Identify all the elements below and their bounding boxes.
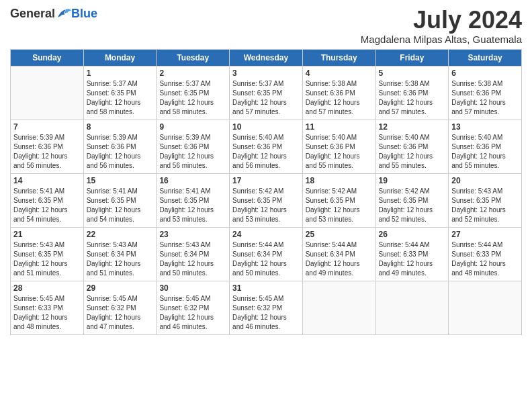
calendar-cell: 22Sunrise: 5:43 AM Sunset: 6:34 PM Dayli…	[83, 227, 157, 281]
day-number: 25	[306, 230, 373, 239]
day-number: 17	[232, 176, 300, 185]
day-info: Sunrise: 5:37 AM Sunset: 6:35 PM Dayligh…	[87, 79, 154, 117]
day-info: Sunrise: 5:43 AM Sunset: 6:34 PM Dayligh…	[87, 240, 154, 278]
day-info: Sunrise: 5:39 AM Sunset: 6:36 PM Dayligh…	[13, 133, 81, 171]
day-number: 10	[232, 122, 300, 132]
day-info: Sunrise: 5:43 AM Sunset: 6:35 PM Dayligh…	[451, 187, 519, 224]
header: General Blue July 2024 Magdalena Milpas …	[10, 7, 522, 45]
day-info: Sunrise: 5:41 AM Sunset: 6:35 PM Dayligh…	[13, 187, 81, 224]
calendar-cell: 7Sunrise: 5:39 AM Sunset: 6:36 PM Daylig…	[11, 120, 84, 173]
day-info: Sunrise: 5:44 AM Sunset: 6:34 PM Dayligh…	[232, 240, 300, 278]
calendar-cell: 10Sunrise: 5:40 AM Sunset: 6:36 PM Dayli…	[230, 120, 303, 173]
calendar-cell: 8Sunrise: 5:39 AM Sunset: 6:36 PM Daylig…	[83, 120, 157, 173]
day-info: Sunrise: 5:45 AM Sunset: 6:32 PM Dayligh…	[159, 294, 226, 332]
day-info: Sunrise: 5:43 AM Sunset: 6:34 PM Dayligh…	[159, 240, 226, 278]
calendar-cell: 1Sunrise: 5:37 AM Sunset: 6:35 PM Daylig…	[83, 66, 157, 120]
title-area: July 2024 Magdalena Milpas Altas, Guatem…	[361, 7, 522, 45]
day-number: 28	[13, 283, 81, 293]
calendar-header-row: SundayMondayTuesdayWednesdayThursdayFrid…	[11, 49, 522, 66]
calendar-cell: 24Sunrise: 5:44 AM Sunset: 6:34 PM Dayli…	[230, 227, 303, 281]
day-info: Sunrise: 5:38 AM Sunset: 6:36 PM Dayligh…	[451, 79, 519, 117]
day-info: Sunrise: 5:40 AM Sunset: 6:36 PM Dayligh…	[379, 133, 446, 171]
day-number: 8	[87, 122, 154, 132]
calendar-cell: 29Sunrise: 5:45 AM Sunset: 6:32 PM Dayli…	[83, 281, 157, 334]
calendar-cell: 2Sunrise: 5:37 AM Sunset: 6:35 PM Daylig…	[157, 66, 230, 120]
calendar-cell: 15Sunrise: 5:41 AM Sunset: 6:35 PM Dayli…	[83, 173, 157, 227]
day-number: 29	[87, 283, 154, 293]
calendar-week-row: 1Sunrise: 5:37 AM Sunset: 6:35 PM Daylig…	[11, 66, 522, 120]
day-info: Sunrise: 5:45 AM Sunset: 6:32 PM Dayligh…	[232, 294, 300, 332]
calendar-week-row: 28Sunrise: 5:45 AM Sunset: 6:33 PM Dayli…	[11, 281, 522, 334]
day-number: 3	[232, 68, 300, 78]
day-info: Sunrise: 5:45 AM Sunset: 6:33 PM Dayligh…	[13, 294, 81, 332]
calendar-cell: 30Sunrise: 5:45 AM Sunset: 6:32 PM Dayli…	[157, 281, 230, 334]
calendar-cell	[449, 281, 522, 334]
column-header-saturday: Saturday	[449, 49, 522, 66]
day-info: Sunrise: 5:41 AM Sunset: 6:35 PM Dayligh…	[159, 187, 226, 224]
day-info: Sunrise: 5:44 AM Sunset: 6:34 PM Dayligh…	[306, 240, 373, 278]
day-number: 6	[451, 68, 519, 78]
month-year-title: July 2024	[361, 7, 522, 34]
day-number: 21	[13, 230, 81, 239]
day-info: Sunrise: 5:44 AM Sunset: 6:33 PM Dayligh…	[379, 240, 446, 278]
day-info: Sunrise: 5:40 AM Sunset: 6:36 PM Dayligh…	[306, 133, 373, 171]
day-number: 1	[87, 68, 154, 78]
day-number: 7	[13, 122, 81, 132]
calendar-table: SundayMondayTuesdayWednesdayThursdayFrid…	[10, 49, 522, 335]
day-number: 22	[87, 230, 154, 239]
day-info: Sunrise: 5:42 AM Sunset: 6:35 PM Dayligh…	[306, 187, 373, 224]
day-number: 5	[379, 68, 446, 78]
calendar-cell: 31Sunrise: 5:45 AM Sunset: 6:32 PM Dayli…	[230, 281, 303, 334]
day-number: 16	[159, 176, 226, 185]
calendar-cell: 26Sunrise: 5:44 AM Sunset: 6:33 PM Dayli…	[375, 227, 449, 281]
column-header-monday: Monday	[83, 49, 157, 66]
calendar-cell: 27Sunrise: 5:44 AM Sunset: 6:33 PM Dayli…	[449, 227, 522, 281]
day-number: 11	[306, 122, 373, 132]
day-number: 2	[159, 68, 226, 78]
calendar-cell: 25Sunrise: 5:44 AM Sunset: 6:34 PM Dayli…	[302, 227, 375, 281]
day-number: 13	[451, 122, 519, 132]
calendar-cell	[302, 281, 375, 334]
day-info: Sunrise: 5:39 AM Sunset: 6:36 PM Dayligh…	[159, 133, 226, 171]
day-info: Sunrise: 5:39 AM Sunset: 6:36 PM Dayligh…	[87, 133, 154, 171]
day-info: Sunrise: 5:42 AM Sunset: 6:35 PM Dayligh…	[379, 187, 446, 224]
day-number: 30	[159, 283, 226, 293]
calendar-cell: 21Sunrise: 5:43 AM Sunset: 6:35 PM Dayli…	[11, 227, 84, 281]
calendar-cell: 17Sunrise: 5:42 AM Sunset: 6:35 PM Dayli…	[230, 173, 303, 227]
column-header-thursday: Thursday	[302, 49, 375, 66]
calendar-cell: 23Sunrise: 5:43 AM Sunset: 6:34 PM Dayli…	[157, 227, 230, 281]
day-number: 15	[87, 176, 154, 185]
day-info: Sunrise: 5:37 AM Sunset: 6:35 PM Dayligh…	[232, 79, 300, 117]
calendar-cell: 4Sunrise: 5:38 AM Sunset: 6:36 PM Daylig…	[302, 66, 375, 120]
day-number: 18	[306, 176, 373, 185]
day-number: 23	[159, 230, 226, 239]
calendar-cell: 28Sunrise: 5:45 AM Sunset: 6:33 PM Dayli…	[11, 281, 84, 334]
calendar-cell: 9Sunrise: 5:39 AM Sunset: 6:36 PM Daylig…	[157, 120, 230, 173]
day-info: Sunrise: 5:38 AM Sunset: 6:36 PM Dayligh…	[306, 79, 373, 117]
day-number: 24	[232, 230, 300, 239]
calendar-cell: 11Sunrise: 5:40 AM Sunset: 6:36 PM Dayli…	[302, 120, 375, 173]
calendar-cell	[375, 281, 449, 334]
day-info: Sunrise: 5:40 AM Sunset: 6:36 PM Dayligh…	[451, 133, 519, 171]
day-info: Sunrise: 5:40 AM Sunset: 6:36 PM Dayligh…	[232, 133, 300, 171]
column-header-wednesday: Wednesday	[230, 49, 303, 66]
calendar-cell: 6Sunrise: 5:38 AM Sunset: 6:36 PM Daylig…	[449, 66, 522, 120]
day-number: 9	[159, 122, 226, 132]
day-number: 20	[451, 176, 519, 185]
column-header-sunday: Sunday	[11, 49, 84, 66]
location-subtitle: Magdalena Milpas Altas, Guatemala	[361, 34, 522, 45]
day-number: 4	[306, 68, 373, 78]
day-number: 12	[379, 122, 446, 132]
calendar-cell: 14Sunrise: 5:41 AM Sunset: 6:35 PM Dayli…	[11, 173, 84, 227]
calendar-cell: 5Sunrise: 5:38 AM Sunset: 6:36 PM Daylig…	[375, 66, 449, 120]
calendar-cell: 16Sunrise: 5:41 AM Sunset: 6:35 PM Dayli…	[157, 173, 230, 227]
calendar-cell: 3Sunrise: 5:37 AM Sunset: 6:35 PM Daylig…	[230, 66, 303, 120]
logo-general-text: General	[10, 7, 55, 21]
calendar-week-row: 14Sunrise: 5:41 AM Sunset: 6:35 PM Dayli…	[11, 173, 522, 227]
logo-blue-text: Blue	[71, 7, 97, 21]
day-number: 27	[451, 230, 519, 239]
day-number: 26	[379, 230, 446, 239]
calendar-cell: 19Sunrise: 5:42 AM Sunset: 6:35 PM Dayli…	[375, 173, 449, 227]
logo-bird-icon	[56, 8, 71, 20]
column-header-friday: Friday	[375, 49, 449, 66]
